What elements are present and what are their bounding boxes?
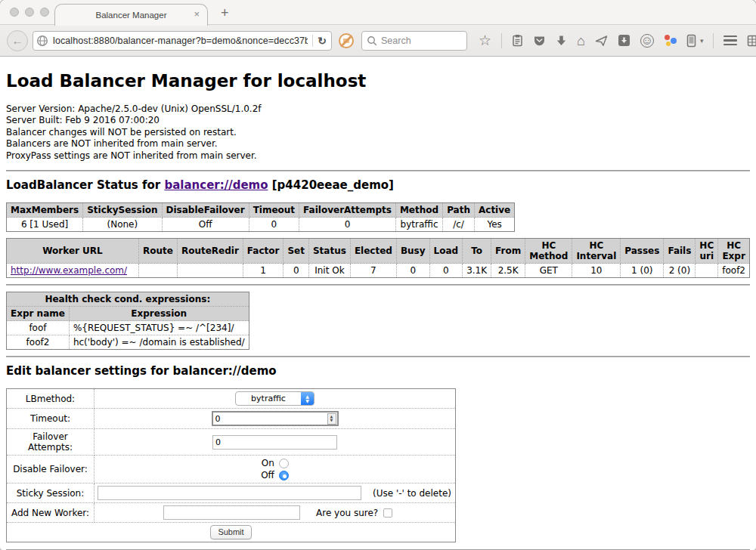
tab-balancer-manager[interactable]: Balancer Manager × xyxy=(54,4,208,26)
form-row-add-worker: Add New Worker: Are you sure? xyxy=(7,503,456,523)
server-info: Server Version: Apache/2.5.0-dev (Unix) … xyxy=(6,104,750,162)
balancer-status-table: MaxMembers StickySession DisableFailover… xyxy=(6,202,515,232)
back-button[interactable]: ← xyxy=(7,30,28,51)
content-blocked-icon[interactable] xyxy=(339,33,354,48)
reload-icon[interactable]: ↻ xyxy=(318,35,328,47)
col-disablefailover: DisableFailover xyxy=(162,203,249,218)
table-header-row: MaxMembers StickySession DisableFailover… xyxy=(7,203,515,218)
form-row-disable-failover: Disable Failover: On Off xyxy=(7,456,456,484)
page-title: Load Balancer Manager for localhost xyxy=(6,71,750,91)
balancer-settings-form: LBmethod: bytraffic ▲▼ Timeout: 0 ▲▼ xyxy=(6,388,456,542)
globe-icon xyxy=(36,35,48,47)
search-placeholder: Search xyxy=(381,36,411,46)
browser-window: Balancer Manager × + ← localhost:8880/ba… xyxy=(0,0,756,550)
form-row-failover-attempts: Failover Attempts: 0 xyxy=(7,429,456,456)
server-version-line: Server Version: Apache/2.5.0-dev (Unix) … xyxy=(6,104,750,115)
health-check-table: Health check cond. expressions: Expr nam… xyxy=(6,292,249,350)
table-row: foof2 hc('body') =~ /domain is establish… xyxy=(7,335,249,350)
table-header-row: Expr name Expression xyxy=(7,307,249,321)
download-panel-icon[interactable] xyxy=(618,34,631,47)
divider xyxy=(6,356,750,357)
divider xyxy=(6,170,750,171)
balancer-demo-link[interactable]: balancer://demo xyxy=(164,178,268,192)
back-arrow-icon: ← xyxy=(12,34,23,47)
col-maxmembers: MaxMembers xyxy=(7,203,83,218)
notice-line: Balancers are NOT inherited from main se… xyxy=(6,138,750,150)
failover-attempts-input[interactable]: 0 xyxy=(212,435,337,450)
status-heading-prefix: LoadBalancer Status for xyxy=(6,178,164,192)
form-row-sticky-session: Sticky Session: (Use '-' to delete) xyxy=(7,484,456,503)
pocket-icon[interactable] xyxy=(533,35,546,47)
search-icon xyxy=(367,36,377,46)
timeout-label: Timeout: xyxy=(7,409,94,429)
divider xyxy=(6,284,750,286)
sticky-session-input[interactable] xyxy=(98,486,361,500)
table-row: foof %{REQUEST_STATUS} =~ /^[234]/ xyxy=(7,321,249,335)
urlbar-divider xyxy=(312,35,313,47)
col-stickysession: StickySession xyxy=(83,203,162,218)
col-failoverattempts: FailoverAttempts xyxy=(299,203,396,218)
window-controls xyxy=(10,8,49,17)
page-content: Load Balancer Manager for localhost Serv… xyxy=(0,71,756,550)
close-tab-icon[interactable]: × xyxy=(194,9,200,20)
notice-line: ProxyPass settings are NOT inherited fro… xyxy=(6,150,750,162)
reader-clipboard-icon[interactable] xyxy=(512,34,523,47)
url-bar[interactable]: localhost:8880/balancer-manager?b=demo&n… xyxy=(33,31,332,51)
failover-attempts-value: 0 xyxy=(215,437,221,447)
device-sync-icon[interactable] xyxy=(686,34,696,48)
status-heading-suffix: [p4420eeae_demo] xyxy=(268,178,394,192)
tab-title: Balancer Manager xyxy=(96,11,167,20)
radio-on-label: On xyxy=(262,458,274,468)
radio-off[interactable] xyxy=(279,471,289,480)
disable-failover-label: Disable Failover: xyxy=(7,456,94,484)
server-built-line: Server Built: Feb 9 2016 07:00:20 xyxy=(6,115,750,126)
download-arrow-icon[interactable] xyxy=(556,35,567,47)
worker-url-link[interactable]: http://www.example.com/ xyxy=(11,265,127,276)
form-row-lbmethod: LBmethod: bytraffic ▲▼ xyxy=(7,389,456,409)
edit-settings-heading: Edit balancer settings for balancer://de… xyxy=(6,364,750,378)
close-window-button[interactable] xyxy=(10,8,19,17)
confirm-checkbox[interactable] xyxy=(383,508,392,518)
tab-groups-icon[interactable] xyxy=(747,35,756,47)
radio-off-label: Off xyxy=(261,470,274,480)
toolbar-separator xyxy=(713,33,714,48)
col-method: Method xyxy=(395,203,442,218)
col-active: Active xyxy=(474,203,514,218)
new-tab-button[interactable]: + xyxy=(221,5,229,21)
table-row: 6 [1 Used] (None) Off 0 0 bytraffic /c/ … xyxy=(7,218,515,232)
lbmethod-label: LBmethod: xyxy=(7,389,94,409)
navigation-toolbar: ← localhost:8880/balancer-manager?b=demo… xyxy=(0,25,756,57)
extension-dots-icon[interactable] xyxy=(664,34,677,47)
search-bar[interactable]: Search xyxy=(361,31,467,51)
status-heading: LoadBalancer Status for balancer://demo … xyxy=(6,178,750,192)
table-title-row: Health check cond. expressions: xyxy=(7,292,249,307)
bookmark-star-icon[interactable]: ☆ xyxy=(479,34,491,48)
lbmethod-select[interactable]: bytraffic ▲▼ xyxy=(235,391,314,406)
add-worker-input[interactable] xyxy=(163,505,300,520)
chevron-down-icon[interactable]: ▾ xyxy=(700,37,704,45)
zoom-window-button[interactable] xyxy=(40,8,49,17)
number-stepper-icon[interactable]: ▲▼ xyxy=(327,413,336,425)
tab-bar: Balancer Manager × + xyxy=(0,0,756,25)
timeout-input[interactable]: 0 ▲▼ xyxy=(212,411,339,426)
form-row-timeout: Timeout: 0 ▲▼ xyxy=(7,409,456,429)
menu-hamburger-icon[interactable] xyxy=(723,36,737,46)
worker-status-table: Worker URL Route RouteRedir Factor Set S… xyxy=(6,238,750,278)
failover-attempts-label: Failover Attempts: xyxy=(7,429,94,456)
submit-button[interactable]: Submit xyxy=(210,525,251,539)
send-plane-icon[interactable] xyxy=(595,35,608,47)
timeout-value: 0 xyxy=(215,414,221,424)
feedback-smiley-icon[interactable]: ☺ xyxy=(640,34,654,48)
select-stepper-icon: ▲▼ xyxy=(301,392,314,405)
confirm-label: Are you sure? xyxy=(316,508,378,518)
notice-line: Balancer changes will NOT be persisted o… xyxy=(6,127,750,138)
radio-on[interactable] xyxy=(279,459,289,468)
sticky-session-hint: (Use '-' to delete) xyxy=(373,488,452,499)
table-row: http://www.example.com/ 1 0 Init Ok 7 0 … xyxy=(7,264,750,278)
add-worker-label: Add New Worker: xyxy=(7,503,94,523)
url-text[interactable]: localhost:8880/balancer-manager?b=demo&n… xyxy=(53,36,308,46)
col-timeout: Timeout xyxy=(249,203,299,218)
toolbar-icons: ☆ ⌂ ☺ ▾ xyxy=(479,33,756,48)
home-icon[interactable]: ⌂ xyxy=(577,34,585,48)
minimize-window-button[interactable] xyxy=(25,8,34,17)
